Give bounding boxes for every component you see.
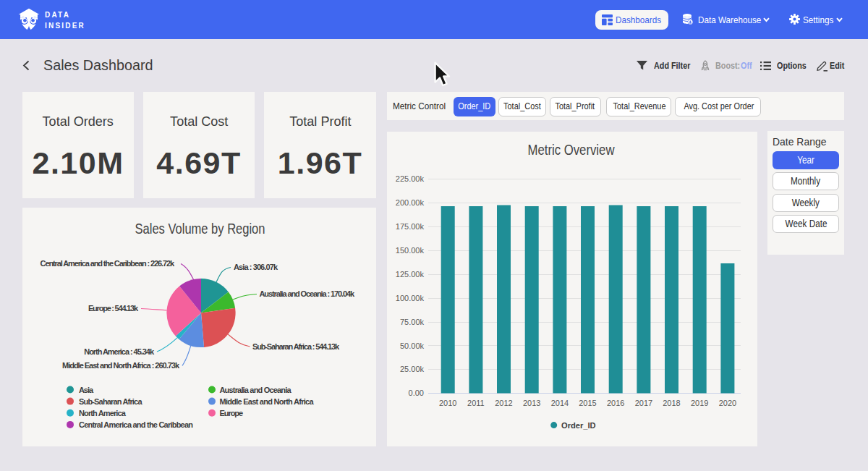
svg-text:2019: 2019 — [691, 399, 708, 407]
svg-text:Europe: Europe — [220, 409, 244, 417]
svg-text:Middle East and North Africa: Middle East and North Africa — [220, 397, 315, 406]
svg-text:2020: 2020 — [719, 399, 736, 407]
svg-text:2013: 2013 — [523, 399, 540, 407]
svg-text:North America : 45.34k: North America : 45.34k — [84, 347, 155, 356]
svg-text:2017: 2017 — [635, 399, 652, 407]
svg-text:Sales Volume by Region: Sales Volume by Region — [135, 221, 265, 237]
svg-text:2016: 2016 — [607, 399, 624, 407]
svg-text:Central America and the Caribb: Central America and the Caribbean : 226.… — [41, 259, 175, 268]
svg-text:225.00k: 225.00k — [396, 174, 425, 183]
svg-text:2018: 2018 — [663, 399, 680, 407]
svg-text:100.00k: 100.00k — [396, 294, 425, 302]
svg-text:2015: 2015 — [579, 399, 596, 407]
svg-text:2014: 2014 — [551, 399, 569, 407]
svg-text:Asia: Asia — [79, 386, 94, 394]
svg-text:Order_ID: Order_ID — [561, 421, 596, 430]
svg-text:Metric Overview: Metric Overview — [528, 142, 615, 158]
svg-text:Australia and Oceania : 170.04: Australia and Oceania : 170.04k — [260, 289, 355, 298]
svg-text:Sub-Saharan Africa : 544.13k: Sub-Saharan Africa : 544.13k — [252, 342, 340, 351]
svg-text:Middle East and North Africa :: Middle East and North Africa : 260.73k — [62, 361, 180, 370]
svg-text:50.00k: 50.00k — [400, 341, 425, 350]
svg-text:150.00k: 150.00k — [396, 246, 425, 255]
svg-text:2010: 2010 — [439, 399, 456, 407]
svg-text:North America: North America — [79, 409, 127, 417]
svg-text:75.00k: 75.00k — [400, 318, 425, 326]
svg-text:Central America and the Caribb: Central America and the Caribbean — [79, 420, 193, 429]
svg-text:Asia : 306.07k: Asia : 306.07k — [234, 263, 278, 271]
svg-text:0.00: 0.00 — [409, 389, 424, 397]
svg-text:25.00k: 25.00k — [400, 365, 425, 373]
svg-text:200.00k: 200.00k — [396, 198, 425, 207]
svg-text:2012: 2012 — [495, 399, 512, 407]
svg-text:175.00k: 175.00k — [396, 222, 425, 231]
svg-text:Europe : 544.13k: Europe : 544.13k — [88, 304, 139, 313]
svg-text:2011: 2011 — [467, 399, 485, 407]
svg-text:Australia and Oceania: Australia and Oceania — [220, 386, 292, 394]
svg-text:Sub-Saharan Africa: Sub-Saharan Africa — [79, 397, 142, 406]
svg-text:125.00k: 125.00k — [396, 270, 425, 279]
